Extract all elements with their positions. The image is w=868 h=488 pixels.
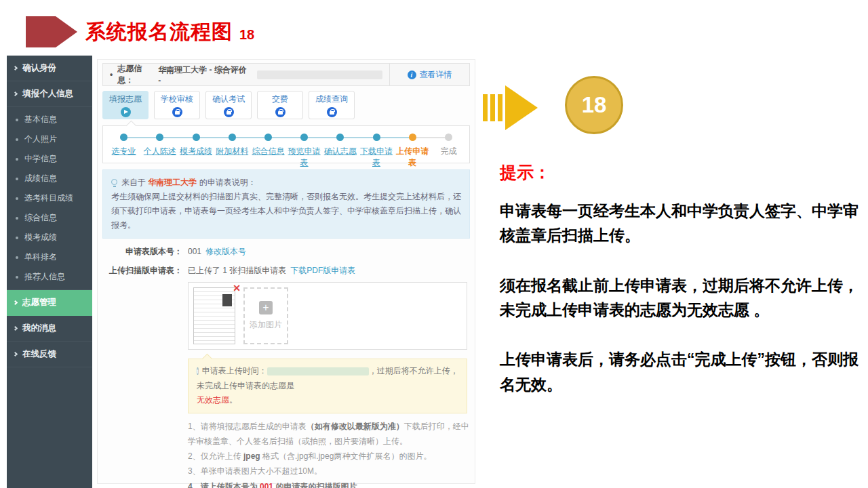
notice-suffix: 的申请表说明：: [197, 178, 256, 187]
tab-score-query[interactable]: 成绩查询: [309, 91, 355, 119]
bullet-icon: •: [110, 70, 113, 79]
volunteer-info: • 志愿信息： 华南理工大学 - 综合评价 -: [103, 64, 389, 85]
arrow-bar: [498, 94, 502, 121]
version-label: 申请表版本号：: [102, 246, 182, 258]
tab-label: 成绩查询: [315, 94, 348, 105]
tip-heading: 提示：: [500, 161, 551, 184]
progress-steps: 选专业 个人陈述 模考成绩 附加材料 综合信息 预览申请表 确认志愿 下载申请表…: [102, 125, 470, 163]
sidebar: 确认身份 填报个人信息 基本信息 个人照片 中学信息 成绩信息 选考科目成绩 综…: [7, 56, 92, 488]
tab-label: 填报志愿: [109, 94, 142, 105]
uploaded-form-thumbnail[interactable]: ✕: [193, 287, 235, 344]
tab-school-review[interactable]: 学校审核: [154, 91, 200, 119]
step-personal-statement[interactable]: 个人陈述: [142, 134, 178, 163]
notice-university: 华南理工大学: [148, 178, 197, 187]
sidebar-item-label: 基本信息: [24, 114, 57, 125]
sidebar-item-label: 综合信息: [24, 212, 57, 224]
tip-paragraphs: 申请表每一页经考生本人和中学负责人签字、中学审核盖章后扫描上传。 须在报名截止前…: [500, 199, 865, 422]
edit-version-link[interactable]: 修改版本号: [205, 246, 246, 258]
sidebar-item-recommender-info[interactable]: 推荐人信息: [7, 267, 92, 287]
sidebar-item-middle-school-info[interactable]: 中学信息: [7, 149, 92, 169]
rule-3: 3、单张申请表图片大小不超过10M。: [188, 464, 470, 479]
sidebar-item-my-messages[interactable]: 我的消息: [7, 316, 92, 342]
step-dot: [409, 134, 416, 141]
chevron-right-icon: [13, 66, 18, 70]
sidebar-item-label: 我的消息: [22, 323, 56, 334]
sidebar-item-mock-scores[interactable]: 模考成绩: [7, 228, 92, 247]
view-detail-link[interactable]: i 查看详情: [389, 64, 469, 85]
tip-paragraph: 须在报名截止前上传申请表，过期后将不允许上传，未完成上传申请表的志愿为无效志愿 …: [500, 273, 865, 323]
bullet-icon: [16, 197, 18, 200]
page-title-row: 系统报名流程图 18: [26, 16, 254, 47]
step-dot: [264, 134, 272, 141]
sidebar-item-label: 确认身份: [22, 62, 56, 74]
sidebar-subsection: 基本信息 个人照片 中学信息 成绩信息 选考科目成绩 综合信息 模考成绩 单科: [7, 107, 92, 290]
upload-row: 上传扫描版申请表： 已上传了 1 张扫描版申请表 下载PDF版申请表: [102, 265, 470, 277]
deadline-period: 。: [229, 395, 237, 405]
page-title-number: 18: [239, 22, 254, 43]
bullet-icon: [16, 217, 18, 220]
tab-label: 学校审核: [161, 94, 193, 105]
download-pdf-link[interactable]: 下载PDF版申请表: [290, 265, 355, 277]
sidebar-item-label: 模考成绩: [24, 232, 57, 243]
page-title: 系统报名流程图: [85, 18, 233, 46]
delete-image-icon[interactable]: ✕: [233, 283, 241, 293]
info-icon: i: [408, 70, 416, 79]
arrow-bar: [483, 94, 488, 121]
sidebar-item-label: 推荐人信息: [24, 271, 65, 283]
step-dot: [373, 134, 380, 141]
step-upload-form[interactable]: 上传申请表: [395, 134, 431, 163]
step-dot: [156, 134, 163, 141]
sidebar-item-online-feedback[interactable]: 在线反馈: [7, 342, 92, 367]
university-notice-box: 来自于 华南理工大学 的申请表说明： 考生须确保网上提交材料的扫描图片真实、完整…: [102, 169, 470, 239]
uploaded-images-box: ✕ + 添加图片: [188, 282, 467, 350]
rule-4: 4、请上传版本号为 001 的申请表的扫描版图片。: [188, 479, 470, 488]
step-choose-major[interactable]: 选专业: [106, 134, 142, 163]
sidebar-item-personal-photo[interactable]: 个人照片: [7, 129, 92, 149]
tip-paragraph: 申请表每一页经考生本人和中学负责人签字、中学审核盖章后扫描上传。: [500, 199, 865, 248]
version-value: 001: [188, 247, 201, 256]
step-confirm-volunteer[interactable]: 确认志愿: [322, 134, 358, 163]
sidebar-item-confirm-identity[interactable]: 确认身份: [7, 56, 92, 81]
step-additional-materials[interactable]: 附加材料: [214, 134, 250, 163]
sidebar-item-volunteer-management[interactable]: 志愿管理: [7, 290, 92, 316]
sidebar-item-fill-personal-info[interactable]: 填报个人信息: [7, 81, 92, 107]
sidebar-item-label: 选考科目成绩: [24, 192, 73, 204]
upload-label: 上传扫描版申请表：: [102, 265, 182, 277]
sidebar-item-label: 成绩信息: [24, 173, 57, 184]
step-comprehensive-info[interactable]: 综合信息: [250, 134, 286, 163]
sidebar-item-basic-info[interactable]: 基本信息: [7, 110, 92, 129]
sidebar-item-label: 在线反馈: [22, 348, 56, 360]
step-download-form[interactable]: 下载申请表: [358, 134, 394, 163]
tab-payment[interactable]: 交费: [257, 91, 303, 119]
bullet-icon: [16, 276, 18, 279]
redacted-volunteer-detail: [257, 70, 382, 79]
step-mock-scores[interactable]: 模考成绩: [178, 134, 214, 163]
sidebar-item-score-info[interactable]: 成绩信息: [7, 169, 92, 188]
lock-icon: [327, 107, 337, 117]
sidebar-item-comprehensive-info[interactable]: 综合信息: [7, 208, 92, 228]
sidebar-item-subject-ranking[interactable]: 单科排名: [7, 247, 92, 267]
bullet-icon: [16, 158, 18, 161]
sidebar-item-elective-scores[interactable]: 选考科目成绩: [7, 188, 92, 208]
chevron-right-icon: [13, 300, 18, 305]
step-preview-form[interactable]: 预览申请表: [286, 134, 322, 163]
step-dot: [300, 134, 308, 141]
sidebar-item-label: 单科排名: [24, 251, 57, 263]
step-dot: [445, 134, 452, 141]
tab-confirm-exam[interactable]: 确认考试: [205, 91, 252, 119]
notice-body: 考生须确保网上提交材料的扫描图片真实、完整清晰，否则报名无效。考生提交完上述材料…: [111, 190, 461, 232]
volunteer-info-label: 志愿信息：: [117, 63, 158, 86]
rule-2: 2、仅允许上传 jpeg 格式（含.jpg和.jpeg两种文件扩展名）的图片。: [188, 449, 470, 464]
invalid-volunteer-text: 无效志愿: [197, 395, 229, 405]
lock-icon: [224, 107, 234, 117]
tab-fill-volunteer[interactable]: 填报志愿: [102, 91, 149, 119]
lock-icon: [275, 107, 285, 117]
add-image-button[interactable]: + 添加图片: [243, 287, 288, 344]
bullet-icon: [16, 138, 18, 141]
bullet-icon: [16, 178, 18, 180]
tab-label: 确认考试: [212, 94, 245, 105]
sidebar-item-label: 志愿管理: [22, 297, 56, 308]
main-panel: • 志愿信息： 华南理工大学 - 综合评价 - i 查看详情 填报志愿 学校审核…: [97, 59, 475, 484]
chevron-right-icon: [13, 352, 18, 357]
sidebar-item-label: 个人照片: [24, 134, 57, 145]
